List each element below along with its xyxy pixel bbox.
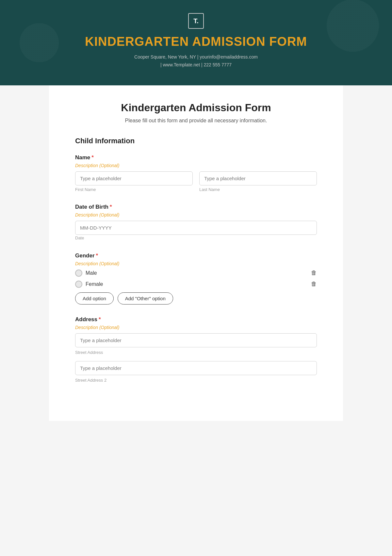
required-indicator-address: * [99, 316, 101, 323]
delete-female-icon[interactable]: 🗑 [311, 281, 317, 287]
gender-option-male: Male 🗑 [75, 269, 317, 277]
first-name-input[interactable] [75, 171, 193, 185]
street-address2-input[interactable] [75, 361, 317, 375]
street-address-sublabel: Street Address [75, 350, 103, 355]
radio-circle-female[interactable] [75, 281, 82, 288]
required-indicator-dob: * [110, 204, 112, 210]
last-name-col: Last Name [199, 171, 317, 192]
required-indicator-gender: * [96, 252, 98, 259]
field-name-description: Description (Optional) [75, 163, 317, 168]
add-other-option-button[interactable]: Add "Other" option [118, 292, 173, 304]
gender-option-female: Female 🗑 [75, 281, 317, 288]
field-address-description: Description (Optional) [75, 325, 317, 330]
field-name-label: Name * [75, 154, 317, 161]
form-container: Kindergarten Admission Form Please fill … [49, 85, 343, 421]
header-contact-line2: | www.Template.net | 222 555 7777 [134, 61, 258, 69]
field-dob-description: Description (Optional) [75, 212, 317, 217]
field-dob-label: Date of Birth * [75, 204, 317, 210]
logo: T. [188, 13, 204, 29]
radio-label-male: Male [86, 270, 97, 276]
form-subtitle: Please fill out this form and provide al… [75, 118, 317, 124]
radio-label-female: Female [86, 281, 103, 287]
section-child-information: Child Information [75, 137, 317, 145]
add-option-row: Add option Add "Other" option [75, 292, 317, 304]
dob-sublabel: Date [75, 235, 84, 240]
name-input-row: First Name Last Name [75, 171, 317, 192]
street-address2-sublabel: Street Address 2 [75, 378, 106, 383]
first-name-col: First Name [75, 171, 193, 192]
street-address-input[interactable] [75, 333, 317, 347]
delete-male-icon[interactable]: 🗑 [311, 269, 317, 276]
field-address: Address * Description (Optional) Street … [75, 316, 317, 383]
field-gender-description: Description (Optional) [75, 261, 317, 266]
dob-input[interactable] [75, 221, 317, 235]
first-name-sublabel: First Name [75, 187, 193, 192]
radio-circle-male[interactable] [75, 269, 82, 277]
header-contact: Cooper Square, New York, NY | yourinfo@e… [134, 53, 258, 69]
last-name-sublabel: Last Name [199, 187, 317, 192]
required-indicator: * [91, 154, 94, 161]
page-header: T. KINDERGARTEN ADMISSION FORM Cooper Sq… [0, 0, 392, 85]
field-gender-label: Gender * [75, 252, 317, 259]
field-name: Name * Description (Optional) First Name… [75, 154, 317, 192]
field-address-label: Address * [75, 316, 317, 323]
add-option-button[interactable]: Add option [75, 292, 114, 304]
header-title: KINDERGARTEN ADMISSION FORM [85, 35, 307, 49]
last-name-input[interactable] [199, 171, 317, 185]
form-title: Kindergarten Admission Form [75, 102, 317, 114]
field-gender: Gender * Description (Optional) Male 🗑 F… [75, 252, 317, 304]
header-contact-line1: Cooper Square, New York, NY | yourinfo@e… [134, 53, 258, 61]
field-dob: Date of Birth * Description (Optional) D… [75, 204, 317, 241]
